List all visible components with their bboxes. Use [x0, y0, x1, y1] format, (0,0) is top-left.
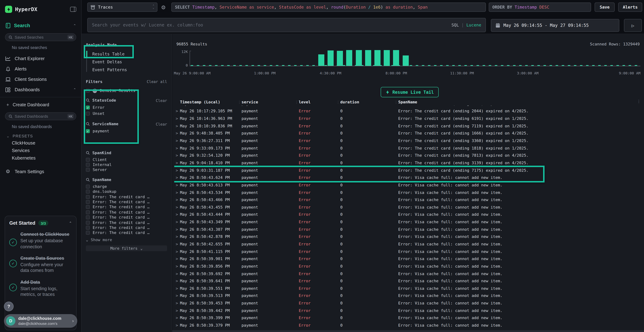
filter-option[interactable]: Error: The credit card …: [86, 210, 167, 215]
checkbox-unchecked[interactable]: [86, 195, 90, 199]
get-started-item[interactable]: ✓Add DataStart sending logs, metrics, or…: [9, 279, 72, 298]
checkbox-unchecked[interactable]: [86, 158, 90, 162]
filter-option[interactable]: Error: The credit card …: [86, 194, 167, 200]
chevron-up-icon[interactable]: ⌃: [69, 221, 72, 225]
save-button[interactable]: Save: [595, 2, 615, 12]
filter-option[interactable]: ✓Error: [86, 104, 167, 110]
table-row[interactable]: >May 26 8:50:43.349 PMpaymentError0Error…: [174, 218, 644, 226]
table-row[interactable]: >May 26 8:50:43.466 PMpaymentError0Error…: [174, 196, 644, 204]
filter-option[interactable]: Server: [86, 168, 167, 172]
table-row[interactable]: >May 26 8:50:39.513 PMpaymentError0Error…: [174, 292, 644, 300]
column-resize-handle[interactable]: ⋮: [294, 100, 299, 104]
create-dashboard-button[interactable]: + Create Dashboard: [0, 100, 81, 107]
source-settings-gear-icon[interactable]: ⚙: [161, 4, 166, 11]
run-query-button[interactable]: ▷: [624, 19, 642, 32]
get-started-item[interactable]: ✓Connect to ClickHouseSet up your databa…: [9, 232, 72, 250]
sidebar-item-clickhouse[interactable]: ClickHouse: [0, 138, 81, 146]
checkbox-unchecked[interactable]: [86, 112, 90, 116]
clear-all-link[interactable]: Clear all: [147, 80, 167, 84]
histogram-bar[interactable]: [365, 50, 371, 66]
table-row[interactable]: >May 26 9:04:18.410 PMpaymentError0Error…: [174, 159, 644, 166]
table-row[interactable]: >May 26 8:50:43.624 PMpaymentError0Error…: [174, 174, 644, 182]
column-header[interactable]: SpanName: [398, 100, 644, 104]
sidebar-item-chart-explorer[interactable]: Chart Explorer: [0, 53, 81, 64]
checkbox-unchecked[interactable]: [86, 220, 90, 224]
saved-searches-input[interactable]: [15, 35, 65, 39]
column-header[interactable]: service: [242, 100, 294, 104]
denoise-results-checkbox[interactable]: Denoise Results: [86, 88, 167, 93]
column-resize-handle[interactable]: ⋮: [237, 100, 242, 104]
histogram-bar[interactable]: [318, 54, 324, 66]
sidebar-item-search[interactable]: Search ⌃: [0, 13, 81, 28]
sql-select-editor[interactable]: SELECT Timestamp, ServiceName as service…: [172, 2, 486, 12]
lucene-toggle[interactable]: Lucene: [466, 22, 481, 28]
histogram-bar[interactable]: [384, 50, 390, 66]
chevron-up-icon[interactable]: ⌃: [73, 24, 76, 28]
histogram-bar[interactable]: [328, 50, 334, 66]
column-header[interactable]: Timestamp (Local): [180, 100, 237, 104]
presets-toggle[interactable]: ⌄ PRESETS: [0, 129, 81, 138]
table-row[interactable]: >May 26 8:50:42.878 PMpaymentError0Error…: [174, 233, 644, 240]
date-range-picker[interactable]: May 26 09:14:55 - May 27 09:14:55: [491, 19, 619, 32]
checkbox-unchecked[interactable]: [86, 200, 90, 204]
resume-live-tail-button[interactable]: Resume Live Tail: [381, 87, 439, 97]
histogram-bar[interactable]: [337, 51, 343, 66]
analysis-mode-event-patterns[interactable]: Event Patterns: [86, 66, 172, 74]
histogram-bar[interactable]: [346, 50, 352, 66]
checkbox-checked[interactable]: ✓: [86, 129, 90, 133]
order-by-editor[interactable]: ORDER BY Timestamp DESC: [489, 2, 591, 12]
table-row[interactable]: >May 26 9:48:38.405 PMpaymentError0Error…: [174, 130, 644, 137]
filter-option[interactable]: Error: The credit card …: [86, 225, 167, 230]
checkbox-unchecked[interactable]: [86, 215, 90, 219]
filter-option[interactable]: Client: [86, 157, 167, 162]
table-options-icon[interactable]: ⋮: [637, 99, 641, 104]
table-row[interactable]: >May 26 8:50:39.442 PMpaymentError0Error…: [174, 307, 644, 314]
table-row[interactable]: >May 26 10:14:36.963 PMpaymentError0Erro…: [174, 115, 644, 122]
filter-option[interactable]: Error: The credit card …: [86, 220, 167, 225]
source-select[interactable]: Traces ⌃⌄: [87, 2, 158, 12]
table-row[interactable]: >May 26 9:33:09.173 PMpaymentError0Error…: [174, 144, 644, 152]
chevron-up-icon[interactable]: ⌃: [73, 88, 76, 92]
table-row[interactable]: >May 26 8:50:39.692 PMpaymentError0Error…: [174, 270, 644, 277]
column-header[interactable]: level: [299, 100, 336, 104]
column-resize-handle[interactable]: ⋮: [336, 100, 340, 104]
table-row[interactable]: >May 26 8:50:42.655 PMpaymentError0Error…: [174, 240, 644, 248]
checkbox-unchecked[interactable]: [86, 210, 90, 214]
table-row[interactable]: >May 26 8:50:43.455 PMpaymentError0Error…: [174, 204, 644, 211]
filter-option[interactable]: Error: The credit card …: [86, 230, 167, 236]
table-row[interactable]: >May 26 8:50:43.613 PMpaymentError0Error…: [174, 182, 644, 189]
search-input[interactable]: [92, 22, 449, 28]
checkbox-unchecked[interactable]: [86, 168, 90, 172]
filter-option[interactable]: Error: The credit card …: [86, 200, 167, 205]
checkbox-unchecked[interactable]: [86, 190, 90, 194]
checkbox-unchecked[interactable]: [86, 226, 90, 230]
horizontal-scrollbar[interactable]: [172, 330, 644, 332]
user-menu[interactable]: D dale@clickhouse.com dale@clickhouse.co…: [4, 314, 77, 328]
column-header[interactable]: duration: [340, 100, 394, 104]
table-row[interactable]: >May 26 8:50:39.453 PMpaymentError0Error…: [174, 300, 644, 307]
sidebar-item-alerts[interactable]: Alerts: [0, 64, 81, 74]
collapse-sidebar-icon[interactable]: [70, 7, 76, 12]
clear-filter-link[interactable]: Clear: [156, 98, 167, 102]
checkbox-unchecked[interactable]: [86, 184, 90, 188]
histogram-bar[interactable]: [374, 50, 380, 66]
help-button[interactable]: ?: [4, 302, 14, 311]
table-row[interactable]: >May 26 8:50:39.379 PMpaymentError0Error…: [174, 322, 644, 329]
table-row[interactable]: >May 26 8:50:39.551 PMpaymentError0Error…: [174, 285, 644, 292]
sidebar-item-team-settings[interactable]: ⚙ Team Settings: [0, 161, 81, 174]
sidebar-item-services[interactable]: Services: [0, 146, 81, 153]
analysis-mode-event-deltas[interactable]: Event Deltas: [86, 58, 172, 66]
histogram-bar[interactable]: [356, 50, 362, 66]
histogram-bar[interactable]: [403, 56, 409, 66]
checkbox-unchecked[interactable]: [86, 205, 90, 209]
table-row[interactable]: >May 26 9:32:54.120 PMpaymentError0Error…: [174, 152, 644, 159]
analysis-mode-results-table[interactable]: Results Table: [86, 50, 172, 58]
language-toggle[interactable]: SQL | Lucene: [452, 22, 481, 28]
table-row[interactable]: >May 26 8:50:43.534 PMpaymentError0Error…: [174, 189, 644, 196]
more-filters-button[interactable]: More filters ⌄: [86, 246, 167, 251]
filter-option[interactable]: Internal: [86, 162, 167, 168]
filter-option[interactable]: Unset: [86, 110, 167, 117]
checkbox-checked[interactable]: ✓: [86, 106, 90, 110]
filter-option[interactable]: dns.lookup: [86, 189, 167, 194]
filter-option[interactable]: Error: The credit card …: [86, 215, 167, 220]
